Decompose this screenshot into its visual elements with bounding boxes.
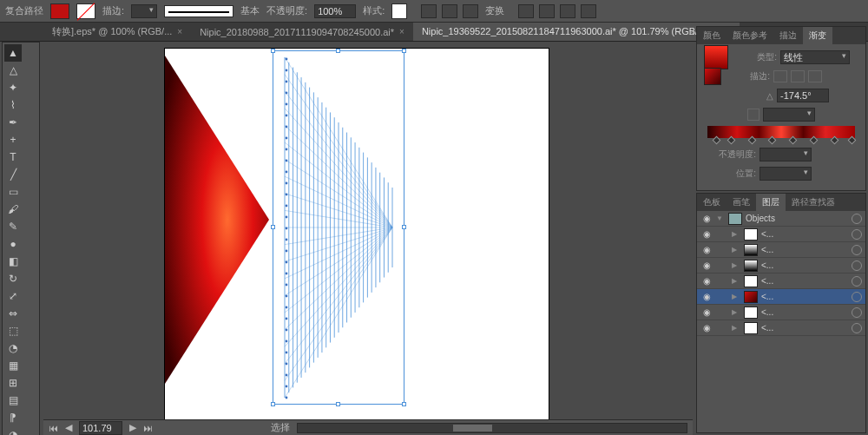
gradient-stop[interactable] — [830, 136, 838, 145]
gradient-fill-swatch[interactable] — [704, 68, 721, 85]
target-icon[interactable] — [852, 307, 862, 318]
visibility-icon[interactable]: ◉ — [700, 214, 713, 223]
transform-icon[interactable] — [539, 4, 555, 18]
disclosure-icon[interactable]: ▶ — [732, 246, 740, 254]
prev-artboard-icon[interactable]: ◀ — [65, 422, 72, 433]
rotate-tool[interactable]: ↻ — [4, 270, 22, 287]
gradient-stop[interactable] — [789, 136, 798, 145]
stop-opacity-input[interactable] — [760, 148, 812, 161]
stroke-color-chip[interactable] — [76, 3, 95, 19]
eyedropper-tool[interactable]: ⁋ — [4, 409, 22, 426]
layer-row[interactable]: ◉▶<... — [697, 274, 865, 289]
blend-tool[interactable]: ◑ — [4, 426, 22, 435]
layer-row[interactable]: ◉▶<... — [697, 320, 865, 336]
gradient-type-select[interactable]: 线性 — [780, 50, 850, 64]
panel-tab-stroke[interactable]: 描边 — [773, 27, 803, 44]
document-tab[interactable]: Nipic_20180988_20171119094708245000.ai*× — [191, 24, 413, 40]
layer-row[interactable]: ◉▶<... — [697, 305, 865, 320]
disclosure-icon[interactable]: ▶ — [732, 324, 740, 332]
close-icon[interactable]: × — [399, 27, 404, 36]
target-icon[interactable] — [852, 260, 862, 271]
selection-handle[interactable] — [271, 49, 275, 53]
stroke-label[interactable]: 描边: — [102, 4, 124, 17]
canvas-area[interactable] — [43, 42, 693, 419]
opacity-input[interactable] — [314, 4, 356, 18]
visibility-icon[interactable]: ◉ — [700, 307, 713, 317]
selection-bounding-box[interactable] — [273, 50, 404, 405]
target-icon[interactable] — [852, 214, 862, 224]
first-artboard-icon[interactable]: ⏮ — [49, 423, 58, 433]
gradient-stop[interactable] — [848, 136, 857, 145]
disclosure-icon[interactable]: ▼ — [716, 214, 725, 222]
width-tool[interactable]: ⇔ — [4, 305, 22, 322]
target-icon[interactable] — [852, 229, 862, 240]
disclosure-icon[interactable]: ▶ — [732, 308, 740, 316]
pencil-tool[interactable]: ✎ — [4, 218, 22, 235]
shape-builder-tool[interactable]: ◔ — [4, 339, 22, 357]
gradient-stop[interactable] — [712, 136, 720, 145]
horizontal-scrollbar[interactable] — [297, 423, 687, 433]
paintbrush-tool[interactable]: 🖌 — [4, 201, 22, 218]
visibility-icon[interactable]: ◉ — [700, 323, 713, 333]
visibility-icon[interactable]: ◉ — [700, 260, 713, 270]
selection-handle[interactable] — [402, 225, 406, 229]
add-anchor-tool[interactable]: + — [4, 131, 22, 148]
type-tool[interactable]: T — [4, 148, 22, 166]
visibility-icon[interactable]: ◉ — [700, 245, 713, 254]
selection-handle[interactable] — [402, 402, 406, 406]
magic-wand-tool[interactable]: ✦ — [4, 79, 22, 96]
align-icon[interactable] — [442, 4, 457, 18]
selection-tool[interactable]: ▲ — [4, 44, 22, 62]
lasso-tool[interactable]: ⌇ — [4, 96, 22, 114]
selection-handle[interactable] — [336, 49, 340, 53]
gradient-ramp[interactable] — [707, 126, 855, 138]
gradient-stop[interactable] — [768, 136, 777, 145]
target-icon[interactable] — [852, 292, 862, 302]
panel-tab-swatches[interactable]: 色板 — [697, 194, 727, 211]
stroke-type-icon[interactable] — [773, 70, 787, 82]
aspect-select[interactable] — [763, 108, 815, 122]
fill-color-chip[interactable] — [50, 3, 69, 19]
selection-handle[interactable] — [402, 49, 406, 53]
panel-tab-brushes[interactable]: 画笔 — [727, 194, 756, 211]
gradient-tool[interactable]: ▤ — [4, 392, 22, 409]
stroke-type-icon[interactable] — [791, 70, 805, 82]
layer-row[interactable]: ◉ ▼ Objects — [697, 211, 865, 227]
visibility-icon[interactable]: ◉ — [700, 292, 713, 301]
blob-brush-tool[interactable]: ● — [4, 235, 22, 253]
document-tab[interactable]: 转换].eps* @ 100% (RGB/...× — [43, 23, 191, 41]
visibility-icon[interactable]: ◉ — [700, 276, 713, 286]
align-icon[interactable] — [421, 4, 437, 18]
line-tool[interactable]: ╱ — [4, 166, 22, 183]
selection-handle[interactable] — [271, 225, 275, 229]
gradient-stop[interactable] — [810, 136, 819, 145]
zoom-input[interactable] — [79, 421, 122, 435]
next-artboard-icon[interactable]: ▶ — [129, 422, 136, 433]
free-transform-tool[interactable]: ⬚ — [4, 322, 22, 339]
disclosure-icon[interactable]: ▶ — [732, 277, 740, 285]
disclosure-icon[interactable]: ▶ — [732, 293, 740, 300]
transform-icon[interactable] — [518, 4, 534, 18]
visibility-icon[interactable]: ◉ — [700, 229, 713, 239]
scrollbar-thumb[interactable] — [453, 425, 492, 432]
panel-tab-color-guide[interactable]: 颜色参考 — [727, 27, 773, 44]
eraser-tool[interactable]: ◧ — [4, 253, 22, 270]
gradient-preview-swatch[interactable] — [704, 45, 728, 69]
disclosure-icon[interactable]: ▶ — [732, 230, 740, 238]
stroke-type-icon[interactable] — [808, 70, 822, 82]
tab-overflow-icon[interactable]: » — [688, 26, 694, 38]
last-artboard-icon[interactable]: ⏭ — [143, 423, 153, 433]
perspective-tool[interactable]: ▦ — [4, 357, 22, 374]
panel-tab-layers[interactable]: 图层 — [756, 194, 786, 211]
angle-input[interactable] — [777, 89, 829, 102]
selection-handle[interactable] — [336, 402, 340, 406]
gradient-stop[interactable] — [747, 136, 756, 145]
target-icon[interactable] — [852, 276, 862, 287]
align-icon[interactable] — [463, 4, 478, 18]
direct-selection-tool[interactable]: △ — [4, 62, 22, 79]
layer-row[interactable]: ◉▶<... — [697, 289, 865, 305]
close-icon[interactable]: × — [177, 27, 182, 36]
gradient-stop[interactable] — [727, 136, 735, 145]
target-icon[interactable] — [852, 323, 862, 333]
disclosure-icon[interactable]: ▶ — [732, 261, 740, 269]
